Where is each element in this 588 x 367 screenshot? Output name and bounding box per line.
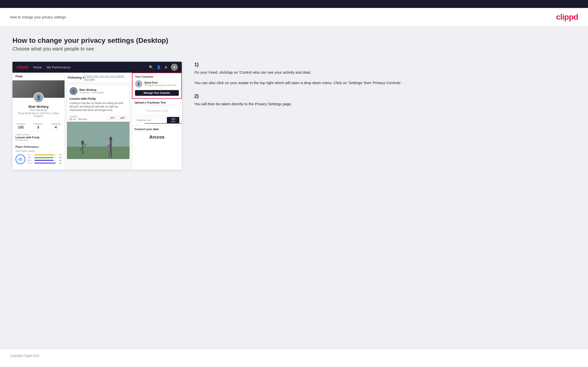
app-right-panel: Your Coaches 👤 David Ford 📍 Royal North … bbox=[132, 73, 182, 170]
duration-label: Duration bbox=[69, 115, 87, 118]
tag-app: APP bbox=[118, 116, 127, 120]
stat-activities: Activities 131 bbox=[16, 123, 25, 129]
copyright: Copyright Clippd 2022 bbox=[10, 354, 40, 358]
breadcrumb: How to change your privacy settings bbox=[10, 15, 66, 19]
bar-putt-num: 96 bbox=[58, 162, 62, 164]
app-feed: Following ▾ Control who can see your act… bbox=[65, 73, 132, 170]
content-layout: clippd Home My Performance 🔍 👤 ⊕ ▼ Feed bbox=[12, 62, 576, 170]
golf-scene-svg bbox=[67, 122, 130, 159]
bar-putt-label: PUTT bbox=[27, 162, 33, 164]
bar-app-num: 85 bbox=[58, 157, 62, 159]
instruction-2: 2) You will then be taken directly to th… bbox=[194, 93, 573, 107]
bar-app-label: APP bbox=[27, 157, 33, 159]
svg-rect-1 bbox=[67, 147, 130, 159]
page-subtitle: Choose what you want people to see bbox=[12, 46, 576, 52]
performance-quality-label: Total Player Quality bbox=[15, 150, 62, 152]
app-sidebar: Feed 👤 Blair McHarg Plus Handicap Royal … bbox=[12, 73, 65, 170]
post-tags: OTT APP bbox=[108, 116, 127, 120]
profile-name: Blair McHarg bbox=[14, 105, 63, 108]
site-logo: clippd bbox=[556, 12, 578, 22]
app-nav-links: Home My Performance bbox=[33, 65, 70, 69]
profile-club: Royal North Devon Golf Club, United King… bbox=[14, 112, 63, 117]
performance-score: 92 bbox=[15, 154, 25, 164]
instruction-1-num: 1) bbox=[194, 62, 573, 67]
post-image bbox=[67, 122, 130, 159]
profile-banner: 👤 bbox=[12, 80, 65, 98]
add-link-button[interactable]: Add Link bbox=[167, 117, 179, 123]
user-avatar[interactable]: ▼ bbox=[171, 64, 178, 71]
app-nav-right: 🔍 👤 ⊕ ▼ bbox=[149, 64, 178, 71]
stat-followers: Followers 3 bbox=[33, 123, 43, 129]
profile-icon[interactable]: 👤 bbox=[157, 65, 161, 69]
post-author-avatar: 👤 bbox=[69, 87, 77, 95]
site-header: How to change your privacy settings clip… bbox=[0, 8, 588, 27]
profile-stats: Activities 131 Followers 3 Following 4 bbox=[12, 120, 65, 131]
nav-my-performance[interactable]: My Performance bbox=[47, 65, 70, 69]
performance-title: Player Performance bbox=[15, 146, 62, 148]
coach-avatar: 👤 bbox=[135, 80, 142, 88]
tag-ott: OTT bbox=[108, 116, 117, 120]
bar-arg-fill bbox=[34, 160, 54, 161]
svg-point-7 bbox=[109, 137, 112, 142]
profile-handicap: Plus Handicap bbox=[14, 108, 63, 111]
connect-data-section: Connect your data Arccos bbox=[132, 125, 182, 144]
app-nav: clippd Home My Performance 🔍 👤 ⊕ ▼ bbox=[12, 62, 182, 73]
upload-title: Upload a Trackman Test bbox=[134, 101, 179, 104]
instruction-2-text: You will then be taken directly to the P… bbox=[194, 101, 573, 107]
search-icon[interactable]: 🔍 bbox=[149, 65, 153, 69]
control-privacy-link[interactable]: Control who can see your activity and da… bbox=[84, 75, 129, 81]
bar-putt: PUTT 96 bbox=[27, 162, 62, 164]
nav-home[interactable]: Home bbox=[33, 65, 42, 69]
svg-rect-8 bbox=[110, 142, 112, 152]
coach-name: David Ford bbox=[144, 81, 177, 84]
instruction-1: 1) On your Feed, click/tap on 'Control w… bbox=[194, 62, 573, 86]
latest-activity-name: Lesson with Fordy bbox=[15, 136, 62, 139]
svg-rect-11 bbox=[111, 152, 112, 158]
post-date: Yesterday · Sunningdale bbox=[79, 91, 104, 94]
following-label: Following bbox=[68, 76, 82, 79]
bar-putt-fill bbox=[34, 162, 56, 164]
top-bar bbox=[0, 0, 588, 8]
app-mockup: clippd Home My Performance 🔍 👤 ⊕ ▼ Feed bbox=[12, 62, 182, 170]
post-duration-group: Duration 01 hr : 30 min bbox=[69, 115, 87, 121]
arccos-brand: Arccos bbox=[134, 132, 179, 142]
bar-putt-track bbox=[34, 162, 57, 164]
trackman-placeholder: Trackman Link bbox=[134, 105, 179, 115]
main-content: How to change your privacy settings (Des… bbox=[0, 27, 588, 349]
stat-followers-value: 3 bbox=[33, 125, 43, 129]
post-meta: Blair McHarg Yesterday · Sunningdale bbox=[79, 88, 104, 94]
bar-arg: ARG 86 bbox=[27, 159, 62, 161]
instruction-1-text: On your Feed, click/tap on 'Control who … bbox=[194, 69, 573, 75]
bar-ott-label: OTT bbox=[27, 154, 33, 156]
instruction-1-note: You can also click on your avatar in the… bbox=[194, 80, 573, 86]
bar-ott-track bbox=[34, 154, 57, 156]
profile-avatar: 👤 bbox=[33, 92, 44, 103]
trackman-input-row: Add Link bbox=[134, 117, 179, 123]
performance-bars: OTT 90 APP bbox=[27, 154, 62, 165]
bar-app: APP 85 bbox=[27, 157, 62, 159]
bar-app-fill bbox=[34, 157, 53, 158]
following-button[interactable]: Following ▾ bbox=[68, 76, 84, 79]
stat-activities-value: 131 bbox=[16, 125, 25, 129]
app-body: Feed 👤 Blair McHarg Plus Handicap Royal … bbox=[12, 73, 182, 170]
latest-activity-label: Latest Activity bbox=[15, 133, 62, 136]
sidebar-tab-feed[interactable]: Feed bbox=[12, 73, 65, 80]
bar-ott-fill bbox=[34, 154, 54, 156]
bar-ott-num: 90 bbox=[58, 154, 62, 156]
manage-coaches-button[interactable]: Manage Your Coaches bbox=[135, 90, 179, 96]
duration-value: 01 hr : 30 min bbox=[69, 118, 87, 121]
svg-point-2 bbox=[81, 140, 84, 145]
instructions-panel: 1) On your Feed, click/tap on 'Control w… bbox=[192, 62, 576, 114]
coaches-section: Your Coaches 👤 David Ford 📍 Royal North … bbox=[132, 73, 182, 99]
performance-body: 92 OTT 90 APP bbox=[15, 154, 62, 165]
coach-club: 📍 Royal North Devon Golf Club bbox=[144, 84, 177, 87]
bar-ott: OTT 90 bbox=[27, 154, 62, 156]
coach-club-name: Royal North Devon Golf Club bbox=[148, 84, 177, 87]
trackman-link-input[interactable] bbox=[134, 117, 166, 123]
post-body: Looking to feel like my hands are exitin… bbox=[67, 102, 130, 114]
latest-activity: Latest Activity Lesson with Fordy 03 Aug… bbox=[12, 131, 65, 143]
stat-following-value: 4 bbox=[51, 125, 61, 129]
post-title: Lesson with Fordy bbox=[67, 97, 130, 102]
page-title: How to change your privacy settings (Des… bbox=[12, 37, 576, 45]
add-icon[interactable]: ⊕ bbox=[164, 65, 167, 69]
